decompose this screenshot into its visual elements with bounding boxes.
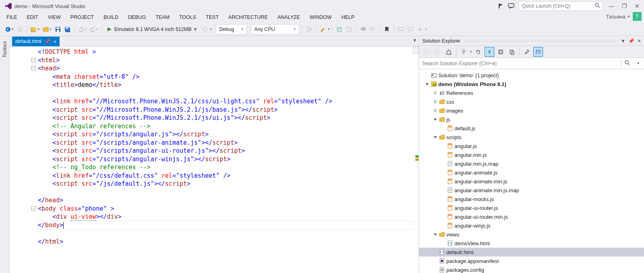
tree-item[interactable]: default.js [419, 124, 644, 133]
refresh-icon[interactable] [473, 47, 483, 57]
tree-item[interactable]: default.html [419, 248, 644, 257]
tree-expander-icon[interactable] [433, 91, 438, 95]
tree-item[interactable]: package.appxmanifest [419, 257, 644, 265]
search-icon[interactable] [595, 3, 600, 9]
tool-btn-4[interactable] [345, 24, 353, 35]
user-avatar[interactable]: T [633, 12, 642, 21]
comment-button[interactable] [396, 24, 405, 35]
code-editor[interactable]: <!DOCTYPE html > <html> <head> <meta cha… [10, 47, 419, 273]
menu-test[interactable]: TEST [201, 12, 223, 23]
toolbar-overflow-caret[interactable]: ▾ [425, 27, 427, 31]
tree-item[interactable]: Solution 'demo' (1 project) [419, 71, 644, 80]
restore-button[interactable]: ❐ [620, 3, 629, 9]
scope-icon[interactable] [459, 47, 469, 57]
search-icon[interactable] [621, 60, 633, 67]
solution-platform-combo[interactable]: Any CPU▾ [251, 24, 299, 35]
home-icon[interactable] [444, 47, 454, 57]
panel-menu-caret-icon[interactable]: ▼ [620, 38, 626, 44]
tree-item[interactable]: demoView.html [419, 239, 644, 248]
menu-team[interactable]: TEAM [151, 12, 174, 23]
save-button[interactable] [54, 24, 62, 35]
tree-item[interactable]: packages.config [419, 265, 644, 273]
tree-item[interactable]: angular-ui-router.min.js [419, 212, 644, 221]
tool-btn-3[interactable] [335, 24, 344, 35]
minimize-button[interactable]: — [607, 3, 616, 9]
menu-project[interactable]: PROJECT [66, 12, 99, 23]
menu-window[interactable]: WINDOW [305, 12, 336, 23]
quick-launch-input[interactable] [521, 3, 595, 9]
tool-btn-2[interactable] [318, 24, 327, 35]
user-menu-caret-icon[interactable]: ▼ [627, 15, 630, 18]
tree-item[interactable]: images [419, 106, 644, 115]
close-tab-icon[interactable]: × [54, 39, 57, 45]
panel-pin-icon[interactable]: 📌 [628, 38, 634, 44]
menu-view[interactable]: VIEW [43, 12, 66, 23]
tree-item[interactable]: References [419, 88, 644, 97]
outline-toggle-icon[interactable]: − [31, 66, 36, 70]
tree-item[interactable]: angular-animate.min.js.map [419, 186, 644, 195]
tab-overflow-caret[interactable]: ▼ [413, 38, 417, 43]
outline-toggle-icon[interactable]: − [31, 58, 36, 62]
menu-edit[interactable]: EDIT [22, 12, 43, 23]
scope-caret[interactable]: ▾ [470, 50, 472, 53]
tree-item[interactable]: angular-animate.min.js [419, 177, 644, 186]
outdent-button[interactable] [359, 24, 367, 35]
collapse-all-icon[interactable] [496, 47, 506, 57]
run-target-more[interactable] [200, 24, 209, 35]
tree-expander-icon[interactable] [433, 135, 438, 139]
menu-analyze[interactable]: ANALYZE [272, 12, 305, 23]
pin-icon[interactable]: 📌 [45, 39, 50, 44]
tree-item[interactable]: angular-ui-router.js [419, 203, 644, 212]
bookmark-button[interactable] [382, 24, 391, 35]
nav-back-icon[interactable] [421, 47, 431, 57]
tree-item[interactable]: js [419, 115, 644, 124]
uncomment-button[interactable] [406, 24, 415, 35]
nav-back-button[interactable]: ▾ [4, 24, 14, 35]
solution-search[interactable]: ▼ [419, 58, 644, 69]
outline-toggle-icon[interactable]: − [31, 206, 36, 211]
panel-close-icon[interactable]: ✕ [636, 38, 642, 44]
solution-config-combo[interactable]: Debug▾ [216, 24, 247, 35]
menu-file[interactable]: FILE [2, 12, 22, 23]
panel-header[interactable]: Solution Explorer ▼ 📌 ✕ [419, 36, 644, 46]
tree-item[interactable]: angular.min.js [419, 150, 644, 159]
toolbox-tab[interactable]: Toolbox [0, 36, 10, 273]
tree-item[interactable]: angular-mocks.js [419, 195, 644, 203]
new-project-button[interactable]: ▾ [29, 24, 41, 35]
quick-launch[interactable] [518, 1, 603, 11]
open-file-button[interactable]: ▾ [41, 24, 53, 35]
tree-expander-icon[interactable] [433, 109, 438, 113]
notifications-flag-icon[interactable] [497, 3, 504, 9]
tree-item[interactable]: css [419, 97, 644, 106]
show-all-files-icon[interactable] [507, 47, 517, 57]
tree-expander-icon[interactable] [433, 100, 438, 104]
feedback-icon[interactable] [508, 3, 514, 9]
tree-item[interactable]: scripts [419, 133, 644, 142]
solution-tree[interactable]: Solution 'demo' (1 project)JSdemo (Windo… [419, 69, 644, 273]
start-debugging-button[interactable]: Emulator 8.1 WVGA 4 inch 512MB ▾ [104, 24, 200, 35]
code-content[interactable]: <!DOCTYPE html > <html> <head> <meta cha… [10, 47, 419, 247]
nav-fwd-icon[interactable] [433, 47, 442, 57]
tree-item[interactable]: angular-winjs.js [419, 221, 644, 230]
debug-dropdown-caret[interactable]: ▾ [210, 27, 212, 31]
menu-debug[interactable]: DEBUG [123, 12, 151, 23]
search-options-caret[interactable]: ▼ [633, 62, 644, 65]
user-name[interactable]: Татьяна [606, 14, 625, 20]
menu-architecture[interactable]: ARCHITECTURE [223, 12, 272, 23]
save-all-button[interactable] [63, 24, 72, 35]
menu-help[interactable]: HELP [336, 12, 359, 23]
nav-forward-button[interactable] [15, 24, 24, 35]
tree-item[interactable]: angular-animate.js [419, 168, 644, 177]
tree-item[interactable]: JSdemo (Windows Phone 8.1) [419, 80, 644, 88]
close-button[interactable]: ✕ [633, 3, 642, 9]
sync-active-doc-icon[interactable] [485, 47, 494, 57]
menu-tools[interactable]: TOOLS [174, 12, 201, 23]
tree-expander-icon[interactable] [425, 82, 430, 86]
tool-btn-1[interactable] [304, 24, 313, 35]
tool-btn-2-caret[interactable]: ▾ [328, 27, 330, 31]
properties-icon[interactable] [522, 47, 532, 57]
tool-btn-last[interactable] [416, 24, 425, 35]
tree-item[interactable]: angular.min.js.map [419, 159, 644, 168]
tree-expander-icon[interactable] [433, 232, 438, 236]
tab-default-html[interactable]: default.html 📌 × [12, 37, 60, 46]
